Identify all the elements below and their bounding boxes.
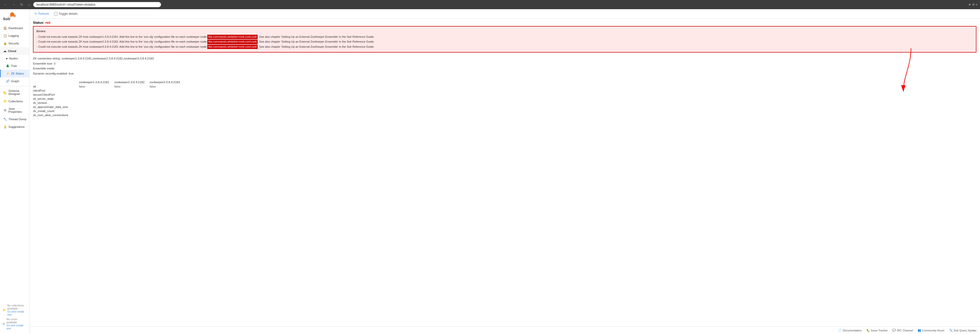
refresh-label: Refresh [38, 12, 49, 16]
table-row: zk_approximate_data_size [33, 105, 185, 109]
sidebar-item-label: Nodes [9, 57, 18, 60]
table-cell-label: secureClientPort [33, 93, 79, 97]
sidebar-item-label: Logging [8, 34, 19, 37]
table-cell-value [114, 93, 150, 97]
nodes-icon: ● [6, 57, 8, 60]
status-area: Status: red [29, 19, 980, 24]
reload-button[interactable]: ↻ [19, 2, 25, 7]
table-cell-value [150, 93, 185, 97]
table-cell-value [79, 109, 114, 113]
solr-query-syntax-icon: 🔍 [949, 329, 953, 332]
table-cell-value [150, 109, 185, 113]
footer-issue-tracker-link[interactable]: 🐛 Issue Tracker [866, 329, 888, 332]
sidebar-item-nodes[interactable]: ● Nodes [0, 55, 29, 62]
table-cell-value [79, 97, 114, 101]
sidebar-item-java-properties[interactable]: ☕ Java Properties [0, 105, 29, 116]
back-button[interactable]: ← [3, 2, 9, 7]
table-row: secureClientPort [33, 93, 185, 97]
toggle-details-label[interactable]: Toggle details [54, 12, 78, 16]
table-cell-value [114, 101, 150, 105]
table-cell-value [79, 105, 114, 109]
table-row: zk_znode_count [33, 109, 185, 113]
sidebar-item-label: Security [8, 42, 19, 45]
no-collections-icon: 📁 [3, 309, 6, 312]
refresh-icon: ↻ [35, 12, 37, 16]
ensemble-size-label: Ensemble size: [33, 62, 53, 65]
error-3-tail: . See also chapter 'Setting Up an Extern… [258, 45, 374, 49]
documentation-icon: 📄 [838, 329, 842, 332]
error-2-prefix: - Could not execute ruok towards ZK host… [37, 40, 207, 44]
col-header-zk1: zookeeper1-3.8.4:2181 [79, 80, 114, 84]
sidebar-item-label: Dashboard [8, 27, 23, 30]
table-cell-value [79, 101, 114, 105]
sidebar-item-zk-status[interactable]: ⚡ ZK Status [0, 70, 29, 77]
sidebar-item-collections[interactable]: 📁 Collections [0, 98, 29, 105]
sidebar-item-thread-dump[interactable]: 🔧 Thread Dump [0, 116, 29, 123]
irc-channel-icon: 💬 [892, 329, 896, 332]
toolbar: ↻ Refresh Toggle details [29, 9, 980, 19]
sidebar-item-suggestions[interactable]: 💡 Suggestions [0, 123, 29, 131]
table-cell-label: clientPort [33, 89, 79, 93]
home-button[interactable]: ⌂ [27, 2, 31, 7]
no-cores-icon: ⚙ [3, 322, 5, 325]
zk-connection-string: ZK connection string: zookeeper1-3.8.4:2… [33, 56, 977, 61]
no-cores-sub-text[interactable]: Go and create one [6, 324, 27, 330]
sidebar-item-label: Suggestions [8, 125, 25, 128]
java-icon: ☕ [3, 108, 7, 112]
error-line-3: - Could not execute ruok towards ZK host… [37, 45, 973, 49]
table-cell-value [79, 89, 114, 93]
svg-text:Solr: Solr [3, 17, 11, 21]
browser-chrome: ← → ↻ ⌂ localhost:8985/solr/#/~cloud?vie… [0, 0, 980, 9]
table-cell-value [79, 113, 114, 117]
suggestions-icon: 💡 [3, 125, 7, 128]
sidebar-item-dashboard[interactable]: 🏠 Dashboard [0, 24, 29, 32]
thread-icon: 🔧 [3, 117, 7, 121]
sidebar-item-tree[interactable]: 🌲 Tree [0, 62, 29, 70]
issue-tracker-icon: 🐛 [866, 329, 870, 332]
error-3-prefix: - Could not execute ruok towards ZK host… [37, 45, 207, 49]
community-forum-label: Community forum [922, 329, 945, 332]
logging-icon: 📋 [3, 34, 7, 38]
dashboard-icon: 🏠 [3, 26, 7, 30]
error-1-highlight: 4lw.commands.whitelist=mntr,conf,ruok [207, 35, 258, 39]
documentation-label: Documentation [843, 329, 862, 332]
footer-solr-query-syntax-link[interactable]: 🔍 Solr Query Syntax [949, 329, 977, 332]
no-cores-text: No cores available [6, 318, 27, 324]
table-row: zk_num_alive_connections [33, 113, 185, 117]
dynamic-reconfig-value: true [68, 72, 74, 75]
table-row: zk_version [33, 101, 185, 105]
table-cell-value: false [114, 84, 150, 89]
sidebar-item-label: Schema Designer [8, 89, 27, 95]
footer-documentation-link[interactable]: 📄 Documentation [838, 329, 862, 332]
sidebar-item-label: Graph [11, 80, 19, 83]
table-cell-value [114, 109, 150, 113]
status-label: Status: [33, 21, 44, 24]
sidebar-item-cloud[interactable]: ☁ Cloud [0, 47, 29, 55]
sidebar-logo: Solr [0, 9, 29, 24]
status-line: Status: red [33, 21, 977, 24]
sidebar-item-logging[interactable]: 📋 Logging [0, 32, 29, 40]
dynamic-reconfig-label: Dynamic reconfig enabled: [33, 72, 68, 75]
zk-ensemble-size: Ensemble size: 3 [33, 61, 977, 66]
sidebar-item-security[interactable]: 🔒 Security [0, 40, 29, 47]
sidebar-item-schema-designer[interactable]: 📐 Schema Designer [0, 87, 29, 98]
table-cell-label: zk_approximate_data_size [33, 105, 79, 109]
col-header-zk2: zookeeper2-3.8.4:2182 [114, 80, 150, 84]
toggle-details-checkbox[interactable] [54, 12, 57, 16]
footer-community-forum-link[interactable]: 👥 Community forum [918, 329, 945, 332]
security-icon: 🔒 [3, 41, 7, 45]
address-bar[interactable]: localhost:8985/solr/#/~cloud?view=zkstat… [33, 2, 161, 7]
toggle-details-text: Toggle details [59, 12, 78, 16]
collections-icon: 📁 [3, 100, 7, 103]
no-collections-sub-text[interactable]: Go and create one [7, 310, 27, 316]
zk-status-icon: ⚡ [6, 72, 10, 75]
table-row: zk_server_state [33, 97, 185, 101]
refresh-button[interactable]: ↻ Refresh [33, 11, 51, 16]
footer-irc-channel-link[interactable]: 💬 IRC Channel [892, 329, 913, 332]
error-line-2: - Could not execute ruok towards ZK host… [37, 40, 973, 44]
cloud-icon: ☁ [3, 49, 6, 53]
sidebar-item-graph[interactable]: 🔗 Graph [0, 77, 29, 85]
table-cell-value [150, 113, 185, 117]
forward-button[interactable]: → [11, 2, 17, 7]
table-cell-value [114, 105, 150, 109]
